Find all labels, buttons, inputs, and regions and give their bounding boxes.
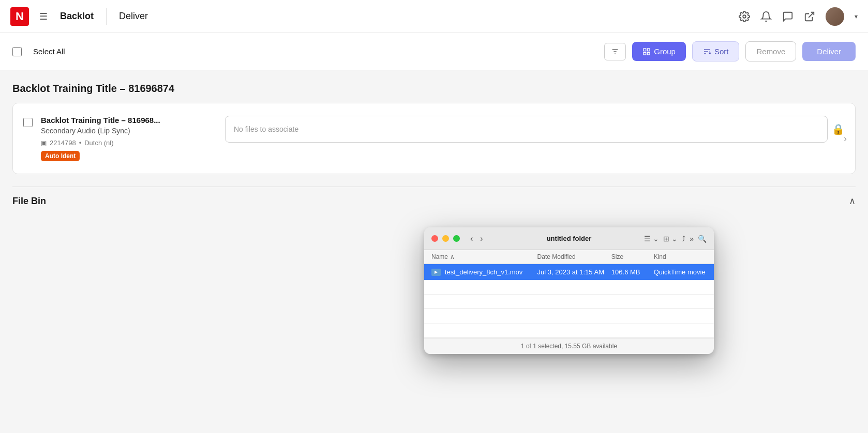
external-link-button[interactable] [804, 11, 815, 22]
avatar-chevron-button[interactable]: ▾ [855, 13, 858, 20]
gear-icon [739, 11, 750, 22]
deliver-button[interactable]: Deliver [802, 42, 856, 61]
card-main-title: Backlot Training Title – 816968... [41, 116, 217, 125]
card-subtitle: Secondary Audio (Lip Sync) [41, 127, 217, 135]
file-bin-collapse-button[interactable]: ∧ [849, 195, 856, 207]
netflix-logo: N [10, 7, 29, 26]
hamburger-menu-button[interactable]: ☰ [37, 9, 50, 24]
file-bin-title: File Bin [12, 196, 46, 207]
file-placeholder: No files to associate [234, 125, 298, 133]
nav-icons: ▾ [739, 7, 858, 26]
card-info: Backlot Training Title – 816968... Secon… [41, 116, 217, 161]
select-all-label: Select All [33, 47, 65, 56]
svg-rect-5 [643, 49, 646, 51]
file-drop-zone[interactable]: No files to associate [225, 116, 828, 143]
bell-icon [760, 11, 772, 22]
card-file-area: No files to associate 🔒 [225, 116, 845, 143]
lock-icon[interactable]: 🔒 [832, 123, 845, 135]
app-title: Backlot [60, 11, 94, 22]
svg-rect-7 [643, 52, 646, 55]
database-icon: ▣ [41, 140, 47, 147]
delivery-card: Backlot Training Title – 816968... Secon… [12, 103, 856, 174]
group-icon [642, 48, 651, 56]
filter-icon [611, 48, 619, 56]
page-title: Deliver [119, 11, 148, 22]
file-bin-header: File Bin ∧ [12, 187, 856, 215]
svg-rect-8 [648, 52, 650, 55]
settings-button[interactable] [739, 11, 750, 22]
svg-point-0 [743, 15, 746, 18]
card-meta: ▣ 2214798 • Dutch (nl) [41, 139, 217, 147]
card-meta-lang: Dutch (nl) [84, 139, 113, 147]
group-button[interactable]: Group [632, 42, 686, 61]
chat-icon [782, 11, 794, 22]
main-content: Backlot Training Title – 81696874 Backlo… [0, 70, 868, 174]
card-meta-id: 2214798 [50, 139, 76, 147]
auto-ident-badge: Auto Ident [41, 151, 80, 161]
notifications-button[interactable] [760, 11, 772, 22]
sort-button[interactable]: Sort [692, 41, 740, 61]
external-link-icon [804, 11, 815, 22]
top-navigation: N ☰ Backlot Deliver ▾ [0, 0, 868, 33]
section-title: Backlot Training Title – 81696874 [12, 83, 856, 95]
nav-divider [106, 8, 107, 25]
file-bin-section: File Bin ∧ [0, 187, 868, 227]
filter-button[interactable] [604, 43, 626, 60]
remove-button[interactable]: Remove [745, 41, 796, 61]
chat-button[interactable] [782, 11, 794, 22]
card-expand-arrow[interactable]: › [844, 133, 847, 144]
svg-rect-6 [648, 49, 650, 51]
toolbar: Select All Group Sort Remove Deliver [0, 33, 868, 70]
avatar-image [826, 7, 844, 26]
card-meta-separator: • [79, 139, 82, 147]
avatar[interactable] [826, 7, 844, 26]
svg-line-1 [809, 12, 814, 17]
sort-icon [703, 48, 711, 56]
select-all-checkbox[interactable] [12, 47, 22, 56]
card-checkbox[interactable] [23, 118, 33, 127]
